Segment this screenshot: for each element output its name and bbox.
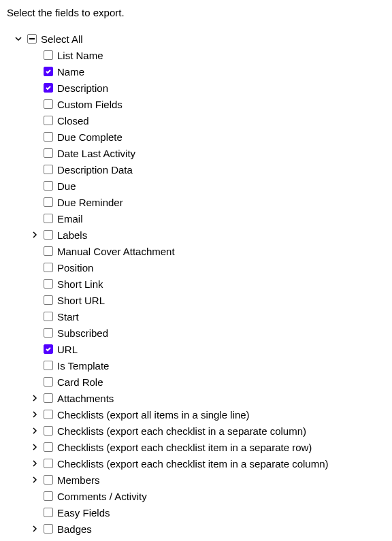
chevron-right-icon[interactable] [30, 442, 39, 452]
chevron-right-icon[interactable] [30, 475, 39, 485]
field-checkbox[interactable] [44, 214, 53, 223]
expander-spacer [30, 344, 39, 354]
expander-spacer [30, 165, 39, 174]
field-label: Closed [57, 115, 89, 127]
expander-spacer [30, 377, 39, 387]
field-label: Name [57, 66, 84, 78]
field-label: Members [57, 474, 100, 486]
field-label: Email [57, 213, 83, 225]
field-checkbox[interactable] [44, 426, 53, 436]
field-checkbox[interactable] [44, 491, 53, 501]
field-checkbox[interactable] [44, 295, 53, 305]
field-checkbox[interactable] [44, 508, 53, 517]
field-checkbox[interactable] [44, 475, 53, 485]
field-checkbox[interactable] [44, 246, 53, 256]
tree-row: Checklists (export each checklist item i… [14, 439, 385, 455]
expander-spacer [30, 508, 39, 517]
field-label: Description [57, 82, 108, 94]
field-checkbox[interactable] [44, 442, 53, 452]
field-tree: Select All List NameNameDescriptionCusto… [7, 31, 385, 537]
field-label: Checklists (export each checklist item i… [57, 442, 312, 453]
field-label: Badges [57, 523, 92, 535]
chevron-down-icon[interactable] [14, 34, 23, 44]
tree-row: Short Link [14, 276, 385, 292]
tree-row: Attachments [14, 390, 385, 406]
field-label: Start [57, 311, 79, 323]
page-header: Select the fields to export. [7, 7, 385, 18]
expander-spacer [30, 99, 39, 109]
field-label: Manual Cover Attachment [57, 246, 175, 257]
field-label: Date Last Activity [57, 148, 135, 159]
field-label: Checklists (export all items in a single… [57, 409, 250, 421]
select-all-checkbox[interactable] [27, 34, 37, 44]
field-checkbox[interactable] [44, 393, 53, 403]
chevron-right-icon[interactable] [30, 393, 39, 403]
field-label: Due [57, 180, 76, 192]
field-checkbox[interactable] [44, 230, 53, 240]
chevron-right-icon[interactable] [30, 459, 39, 468]
tree-row: Card Role [14, 374, 385, 390]
field-checkbox[interactable] [44, 148, 53, 158]
tree-row: Position [14, 259, 385, 276]
field-label: Description Data [57, 164, 133, 176]
header-text: Select the fields to export. [7, 7, 125, 18]
chevron-right-icon[interactable] [30, 524, 39, 534]
expander-spacer [30, 491, 39, 501]
field-checkbox[interactable] [44, 328, 53, 338]
expander-spacer [30, 197, 39, 207]
tree-row: Easy Fields [14, 504, 385, 521]
expander-spacer [30, 67, 39, 76]
field-checkbox[interactable] [44, 50, 53, 60]
field-label: Comments / Activity [57, 491, 147, 502]
chevron-right-icon[interactable] [30, 410, 39, 419]
field-checkbox[interactable] [44, 459, 53, 468]
field-checkbox[interactable] [44, 67, 53, 76]
tree-row: Checklists (export each checklist item i… [14, 455, 385, 472]
expander-spacer [30, 246, 39, 256]
chevron-right-icon[interactable] [30, 426, 39, 436]
field-label: List Name [57, 50, 103, 61]
field-checkbox[interactable] [44, 99, 53, 109]
field-label: Due Complete [57, 131, 122, 143]
field-checkbox[interactable] [44, 361, 53, 370]
tree-children: List NameNameDescriptionCustom FieldsClo… [14, 47, 385, 537]
field-checkbox[interactable] [44, 263, 53, 272]
field-checkbox[interactable] [44, 181, 53, 191]
tree-row: Due Complete [14, 129, 385, 145]
expander-spacer [30, 116, 39, 125]
field-checkbox[interactable] [44, 132, 53, 142]
tree-row: Name [14, 63, 385, 80]
tree-row: URL [14, 341, 385, 357]
field-label: Position [57, 262, 93, 274]
field-checkbox[interactable] [44, 344, 53, 354]
field-checkbox[interactable] [44, 312, 53, 321]
field-checkbox[interactable] [44, 165, 53, 174]
field-label: Short Link [57, 278, 103, 290]
tree-row: Is Template [14, 357, 385, 374]
expander-spacer [30, 132, 39, 142]
tree-row: Email [14, 210, 385, 227]
expander-spacer [30, 361, 39, 370]
field-checkbox[interactable] [44, 197, 53, 207]
field-checkbox[interactable] [44, 279, 53, 289]
tree-row: Date Last Activity [14, 145, 385, 161]
expander-spacer [30, 295, 39, 305]
field-checkbox[interactable] [44, 410, 53, 419]
field-checkbox[interactable] [44, 524, 53, 534]
field-label: Attachments [57, 393, 114, 404]
tree-row: Checklists (export all items in a single… [14, 406, 385, 423]
chevron-right-icon[interactable] [30, 230, 39, 240]
field-checkbox[interactable] [44, 83, 53, 93]
tree-row: Members [14, 472, 385, 488]
field-label: URL [57, 344, 78, 355]
tree-row: Badges [14, 521, 385, 537]
tree-row: Closed [14, 112, 385, 129]
tree-root-row: Select All [14, 31, 385, 47]
expander-spacer [30, 181, 39, 191]
field-checkbox[interactable] [44, 377, 53, 387]
tree-row: Description [14, 80, 385, 96]
expander-spacer [30, 50, 39, 60]
tree-row: Subscribed [14, 325, 385, 341]
field-checkbox[interactable] [44, 116, 53, 125]
tree-row: Checklists (export each checklist in a s… [14, 423, 385, 439]
